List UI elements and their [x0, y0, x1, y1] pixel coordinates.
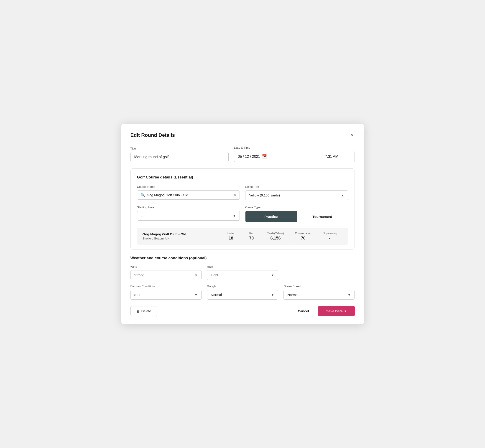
yards-value: 6,156 — [270, 236, 281, 241]
course-stat-holes: Holes 18 — [221, 232, 241, 241]
trash-icon: 🗑 — [136, 309, 140, 313]
course-info-primary: Gog Magog Golf Club - Old, — [143, 232, 221, 236]
course-stat-course-rating: Course rating 70 — [289, 232, 317, 241]
chevron-down-icon: ▼ — [194, 273, 198, 277]
starting-hole-label: Starting Hole — [137, 206, 240, 209]
delete-label: Delete — [141, 309, 151, 313]
course-name-group: Course Name 🔍 Gog Magog Golf Club - Old … — [137, 185, 240, 200]
rain-dropdown[interactable]: Light ▼ — [207, 270, 278, 280]
course-info-location: Shelford Bottom, UK — [143, 237, 221, 240]
rain-group: Rain Light ▼ — [207, 265, 278, 280]
modal: Edit Round Details × Title Date & Time 0… — [121, 124, 364, 324]
tournament-button[interactable]: Tournament — [297, 211, 348, 222]
weather-title: Weather and course conditions (optional) — [130, 256, 355, 260]
wind-label: Wind — [130, 265, 202, 268]
course-stat-slope-rating: Slope rating - — [317, 232, 342, 241]
weather-section: Weather and course conditions (optional)… — [130, 256, 355, 300]
date-value: 05 / 12 / 2021 — [238, 155, 260, 159]
top-row: Title Date & Time 05 / 12 / 2021 📅 7:31 … — [130, 146, 355, 162]
chevron-down-icon: ▼ — [271, 293, 274, 297]
calendar-icon: 📅 — [262, 154, 267, 159]
search-icon: 🔍 — [140, 193, 145, 197]
chevron-down-icon: ▼ — [348, 293, 351, 297]
datetime-label: Date & Time — [234, 146, 355, 149]
chevron-down-icon: ▼ — [233, 214, 236, 218]
game-type-label: Game Type — [245, 206, 348, 209]
chevron-down-icon: ▼ — [271, 273, 274, 277]
slope-rating-value: - — [329, 236, 330, 241]
green-speed-label: Green Speed — [283, 285, 355, 288]
save-button[interactable]: Save Details — [318, 306, 355, 316]
title-field-group: Title — [130, 147, 229, 162]
rough-group: Rough Normal ▼ — [207, 285, 278, 300]
par-label: Par — [249, 232, 254, 235]
wind-rain-row: Wind Strong ▼ Rain Light ▼ — [130, 265, 355, 280]
starting-hole-dropdown[interactable]: 1 ▼ — [137, 211, 240, 221]
rain-label: Rain — [207, 265, 278, 268]
course-name-label: Course Name — [137, 185, 240, 189]
holes-label: Holes — [227, 232, 234, 235]
yards-label: Yards(Yellow) — [267, 232, 284, 235]
footer: 🗑 Delete Cancel Save Details — [130, 306, 355, 316]
time-part[interactable]: 7:31 AM — [309, 151, 355, 162]
course-info-row: Gog Magog Golf Club - Old, Shelford Bott… — [137, 228, 348, 245]
green-speed-value: Normal — [287, 293, 298, 297]
fairway-label: Fairway Conditions — [130, 285, 202, 288]
time-value: 7:31 AM — [325, 155, 338, 159]
course-stat-par: Par 70 — [241, 232, 262, 241]
holes-value: 18 — [229, 236, 233, 241]
course-info-name: Gog Magog Golf Club - Old, Shelford Bott… — [143, 232, 221, 240]
golf-course-section: Golf Course details (Essential) Course N… — [130, 168, 355, 249]
datetime-field-group: Date & Time 05 / 12 / 2021 📅 7:31 AM — [234, 146, 355, 162]
chevron-down-icon: ▼ — [194, 293, 198, 297]
select-tee-value: Yellow (6,156 yards) — [249, 193, 280, 197]
slope-rating-label: Slope rating — [323, 232, 337, 235]
spacer — [283, 265, 355, 280]
title-input[interactable] — [130, 152, 229, 162]
wind-group: Wind Strong ▼ — [130, 265, 202, 280]
conditions-row: Fairway Conditions Soft ▼ Rough Normal ▼… — [130, 285, 355, 300]
hole-gametype-row: Starting Hole 1 ▼ Game Type Practice Tou… — [137, 206, 348, 222]
rough-value: Normal — [211, 293, 222, 297]
course-stat-yards: Yards(Yellow) 6,156 — [262, 232, 289, 241]
footer-right: Cancel Save Details — [293, 306, 355, 316]
title-label: Title — [130, 147, 229, 150]
course-name-value: Gog Magog Golf Club - Old — [147, 193, 232, 197]
cancel-button[interactable]: Cancel — [293, 306, 314, 316]
modal-title: Edit Round Details — [130, 132, 175, 138]
fairway-dropdown[interactable]: Soft ▼ — [130, 290, 202, 300]
datetime-row: 05 / 12 / 2021 📅 7:31 AM — [234, 151, 355, 162]
select-tee-dropdown[interactable]: Yellow (6,156 yards) ▼ — [245, 190, 348, 200]
rough-label: Rough — [207, 285, 278, 288]
starting-hole-group: Starting Hole 1 ▼ — [137, 206, 240, 222]
select-tee-label: Select Tee — [245, 185, 348, 189]
delete-button[interactable]: 🗑 Delete — [130, 306, 157, 316]
game-type-group: Game Type Practice Tournament — [245, 206, 348, 222]
fairway-group: Fairway Conditions Soft ▼ — [130, 285, 202, 300]
golf-course-title: Golf Course details (Essential) — [137, 175, 348, 180]
course-name-input-wrapper[interactable]: 🔍 Gog Magog Golf Club - Old ✕ — [137, 190, 240, 200]
clear-icon[interactable]: ✕ — [233, 193, 236, 197]
course-rating-label: Course rating — [295, 232, 311, 235]
modal-header: Edit Round Details × — [130, 132, 355, 139]
par-value: 70 — [249, 236, 254, 241]
green-speed-dropdown[interactable]: Normal ▼ — [283, 290, 355, 300]
game-type-toggle: Practice Tournament — [245, 211, 348, 222]
green-speed-group: Green Speed Normal ▼ — [283, 285, 355, 300]
close-button[interactable]: × — [350, 132, 355, 139]
rain-value: Light — [211, 273, 218, 277]
starting-hole-value: 1 — [141, 214, 143, 218]
select-tee-group: Select Tee Yellow (6,156 yards) ▼ — [245, 185, 348, 200]
course-tee-row: Course Name 🔍 Gog Magog Golf Club - Old … — [137, 185, 348, 200]
chevron-down-icon: ▼ — [341, 193, 344, 197]
rough-dropdown[interactable]: Normal ▼ — [207, 290, 278, 300]
practice-button[interactable]: Practice — [245, 211, 297, 222]
course-rating-value: 70 — [301, 236, 305, 241]
wind-value: Strong — [134, 273, 144, 277]
wind-dropdown[interactable]: Strong ▼ — [130, 270, 202, 280]
date-part[interactable]: 05 / 12 / 2021 📅 — [234, 151, 309, 162]
fairway-value: Soft — [134, 293, 140, 297]
